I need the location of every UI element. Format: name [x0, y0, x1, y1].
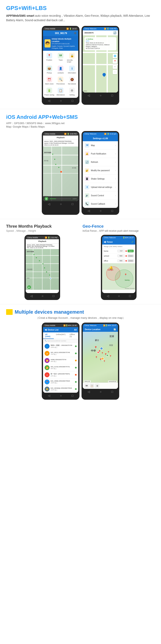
geo-screen: China Telecom 🔋92% 14:27 ◀ Fence ✓ Range… [102, 236, 135, 293]
status-dot-4 [75, 367, 77, 368]
status-bar-right: China Telecom 📶 🔋 4:08 PM [83, 27, 118, 30]
back-btn-r[interactable]: ◁ [86, 93, 92, 98]
app-item-contacts[interactable]: 👤 contacts [55, 64, 66, 75]
location-btn[interactable]: 📍 [113, 59, 117, 64]
app-item-power[interactable]: 🔋 Power saving [44, 86, 55, 97]
password-icon: 🔐 [85, 168, 89, 172]
settings-item-map[interactable]: 🗺 Map › [83, 141, 118, 150]
playback-map: 深圳市镇南 郊外城 友谊城 500m ▶ 100% [43, 146, 78, 201]
safety-pin: 📍 [124, 274, 127, 276]
map-tool-1[interactable]: 🗺 [84, 384, 89, 388]
cluster-1: 📍 [94, 346, 98, 349]
settings-item-password[interactable]: 🔐 Modify the password › [83, 166, 118, 175]
device-info-6: 620_2968▷359339075529 100% 稳上 [50, 380, 74, 384]
app-item-alarm[interactable]: ⏰ Alarm clock [44, 76, 55, 86]
playback-map-2: 深圳市镇南 中南花园 500ft ▶ [26, 249, 59, 290]
tab-all[interactable]: All (1000) [43, 332, 54, 339]
app-item-position[interactable]: 📍 Position [44, 52, 55, 64]
settings-item-callback[interactable]: 📞 Sound Callback › [83, 200, 118, 208]
tab-online[interactable]: Online(997) [54, 332, 68, 339]
app-item-setting[interactable]: ⚙ Setting [66, 86, 78, 97]
layers-btn[interactable]: 🌐 [113, 54, 117, 58]
app-item-disturb[interactable]: 🔕 Not disturb [66, 76, 78, 86]
bottom-nav-settings: ◁ ○ □ [83, 208, 118, 214]
location-refresh[interactable]: 🔄 [114, 328, 116, 330]
device-item-5[interactable]: ⚠ 第一站8▷[359339075697] 22% 稳上 [43, 371, 78, 378]
geo-fence-section: Geo-Fence In/Out Fence，APP will receive … [82, 224, 155, 300]
sound-icon: 🔊 [85, 193, 89, 198]
home-btn[interactable]: ○ [58, 99, 64, 103]
settings-item-push[interactable]: 🔔 Push Notification › [83, 150, 118, 158]
device-item-6[interactable]: 📍 620_2968▷359339075529 100% 稳上 [43, 378, 78, 386]
settings-item-upload[interactable]: ⬆ Upload interval settings › [83, 183, 118, 191]
safety-circle [115, 270, 133, 288]
map-tool-2[interactable]: 📋 [90, 384, 94, 388]
phone-left: China Mobile 📶 🔋 18:03 👤 303_98179 ➕ 🧒 G… [42, 26, 80, 105]
play-button[interactable]: ▶ [45, 197, 48, 200]
settings-item-shake[interactable]: 📳 Shake Settings › [83, 175, 118, 183]
playback-phone-wrap: China Mobile 📶 🔋 2:53 PM Playback device… [6, 235, 78, 300]
phone-banner: 🧒 Global Skinds Multiple Location GPU/WI… [43, 36, 78, 51]
phones-row-1: China Mobile 📶 🔋 18:03 👤 303_98179 ➕ 🧒 G… [6, 26, 155, 105]
playback-title: Playback [43, 136, 78, 140]
app-item-track[interactable]: 🗺 Track [55, 52, 66, 64]
recent-btn[interactable]: □ [70, 99, 75, 103]
device-avatar-4: 📶 [45, 365, 50, 370]
device-search[interactable]: 🔍 input account/imel number [43, 339, 78, 343]
recent-btn-r[interactable]: □ [109, 93, 115, 98]
device-item-4[interactable]: 📶 303_4143▷359339075741 96% 稳上 [43, 364, 78, 371]
app-item-attendance[interactable]: 📋 Attendance [55, 86, 66, 97]
road-g [50, 249, 51, 290]
section-playback-fence: Three Months Playback Speed，Mileage，Heig… [0, 219, 161, 304]
section-gps: GPS+Wifi+LBS APP/Web/SMS smart auto voic… [0, 0, 161, 109]
pickup-icon: 📦 [46, 66, 52, 71]
map-toolbar: 🗺 📋 ⚙ [83, 382, 118, 389]
refresh-btn[interactable]: 🔄 [113, 32, 116, 34]
settings-item-sound[interactable]: 🔊 Sound Control › [83, 191, 118, 200]
app-item-information[interactable]: ℹ Information [66, 64, 78, 75]
playback-controls: ▶ 100% [43, 196, 78, 201]
device-item-3[interactable]: 📶 4498▷359330075744 38% 稳上 [43, 357, 78, 364]
upload-icon: ⬆ [85, 185, 89, 189]
map-view-right: ● Online GPS Time 2018-10-09 03:26:12 ad… [83, 36, 118, 92]
app-item-security[interactable]: 🔒 security scope [66, 52, 78, 64]
phone-right: China Telecom 📶 🔋 4:08 PM 359339075 🔄 [82, 26, 119, 105]
close-office-btn[interactable]: Close [128, 260, 134, 262]
device-item-1[interactable]: 🌐 海南3（国家）359339075796 100% 稳上 [43, 343, 78, 350]
playback-screen-wrap: China Mobile 📶 🔋 3:09 PM Playback device… [43, 132, 78, 201]
three-months-title: Three Months Playback [6, 224, 78, 229]
progress-bar[interactable] [50, 198, 71, 199]
fence-header: ◀ Fence ✓ [102, 239, 135, 244]
map-tool-3[interactable]: ⚙ [95, 384, 100, 388]
back-btn[interactable]: ◁ [46, 99, 52, 103]
device-item-7[interactable]: 🔔 620_2829(8)▷359339075528 100% 稳上 [43, 386, 78, 393]
location-header: Device Location 🔄 [83, 327, 118, 332]
settings-item-refresh[interactable]: 🔄 Refresh › [83, 158, 118, 166]
play-btn-2[interactable]: ▶ [27, 285, 31, 289]
close-school-btn[interactable]: Close [128, 254, 134, 257]
app-grid: 📍 Position 🗺 Track 🔒 security scope 📦 Pi… [43, 51, 78, 98]
security-icon: 🔒 [69, 53, 75, 58]
status-bar-geo: China Telecom 🔋92% 14:27 [102, 236, 135, 239]
phones-row-4: China Mobile 📶🔋45% 16:46 ◀ Device List A… [6, 322, 155, 400]
status-dot-2 [75, 352, 77, 354]
status-dot-3 [75, 360, 77, 361]
zoom-out-btn[interactable]: － [113, 70, 117, 74]
map-attr: Pension Svoboda [125, 288, 134, 289]
current-pos [50, 278, 51, 279]
phone-settings: China Telecom 📶 🔋 6:19 pm Settings v1.09… [82, 131, 119, 215]
app-item-find[interactable]: 🔍 Find device [55, 76, 66, 86]
status-dot-7 [75, 388, 77, 390]
arrow-icon: › [115, 153, 116, 155]
zoom-in-btn[interactable]: ＋ [113, 64, 117, 69]
location-map: 亚洲 蒙古 中华 韩国 📍 📍 📍 📍 📍 📍 📍 📍 📍 5 [83, 332, 118, 389]
device-avatar-6: 📍 [45, 380, 50, 384]
device-tabs: All (1000) Online(997) Offline (3) [43, 332, 78, 339]
open-home-btn[interactable]: Open [128, 250, 134, 252]
home-btn-r[interactable]: ○ [98, 93, 104, 98]
app-item-pickup[interactable]: 📦 Pickup [44, 64, 55, 75]
bottom-nav-geo: ◁ ○ □ [102, 293, 135, 299]
device-item-2[interactable]: 📶 303_4621▷359339075746 75% 稳上 [43, 350, 78, 357]
device-info-1: 海南3（国家）359339075796 100% 稳上 [50, 344, 74, 348]
tab-offline[interactable]: Offline (3) [68, 332, 78, 339]
